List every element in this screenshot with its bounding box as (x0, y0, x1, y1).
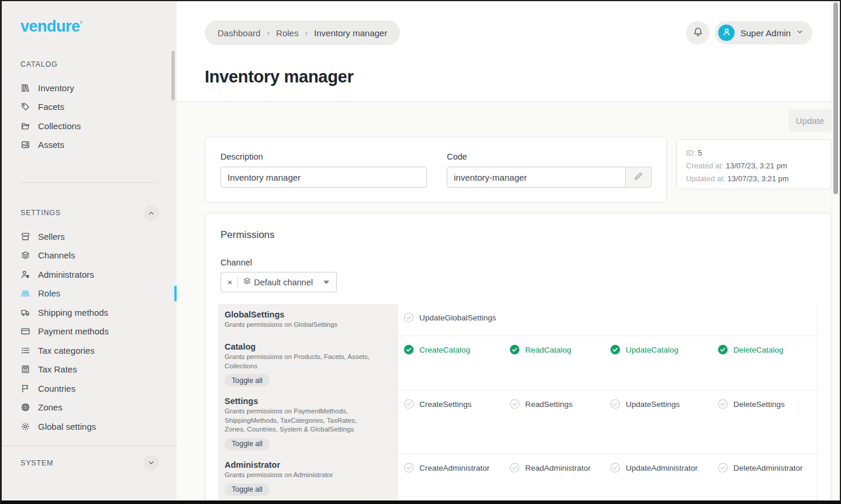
check-circle-unchecked-icon (404, 312, 414, 323)
permission-checkbox-UpdateCatalog[interactable]: UpdateCatalog (610, 344, 718, 355)
permission-label: UpdateAdministrator (626, 464, 698, 472)
permission-checkbox-DeleteCatalog[interactable]: DeleteCatalog (718, 344, 817, 355)
permission-label: CreateAdministrator (419, 464, 490, 472)
permission-items: CreateCatalogReadCatalogUpdateCatalogDel… (398, 336, 818, 391)
global-settings-icon (20, 422, 30, 431)
permissions-card: Permissions Channel × Default channel Gl… (205, 213, 831, 500)
channels-icon (243, 277, 251, 288)
sidebar-item-label: Inventory (38, 83, 74, 93)
app-window: vendure° CATALOGInventoryFacetsCollectio… (0, 0, 841, 504)
code-input[interactable] (447, 167, 626, 188)
toggle-all-button[interactable]: Toggle all (225, 484, 270, 496)
check-circle-unchecked-icon (610, 462, 621, 473)
permissions-heading: Permissions (220, 229, 275, 241)
sidebar-item-collections[interactable]: Collections (2, 116, 177, 136)
sidebar-item-zones[interactable]: Zones (2, 398, 177, 417)
sidebar-item-facets[interactable]: Facets (2, 98, 177, 117)
role-detail-card: Description Code (205, 137, 667, 203)
sidebar-item-global-settings[interactable]: Global settings (2, 417, 177, 436)
breadcrumb: Dashboard›Roles›Inventory manager (205, 20, 400, 45)
page-scrollbar-thumb[interactable] (833, 2, 838, 194)
channels-icon (20, 250, 30, 260)
sidebar-item-label: Collections (38, 121, 81, 131)
collapse-section-button[interactable] (143, 205, 159, 221)
entity-meta-panel: ID: 5 Created at: 13/07/23, 3:21 pm Upda… (676, 139, 831, 189)
sidebar-item-label: Tax Rates (38, 364, 77, 374)
sidebar-item-tax-categories[interactable]: Tax categories (2, 341, 177, 360)
sidebar-item-label: Assets (38, 140, 64, 150)
sidebar-item-administrators[interactable]: Administrators (2, 265, 177, 284)
updated-value: 13/07/23, 3:21 pm (728, 174, 789, 183)
sidebar-item-payment-methods[interactable]: Payment methods (2, 322, 177, 341)
permission-checkbox-DeleteSettings[interactable]: DeleteSettings (718, 398, 817, 410)
collapse-section-button[interactable] (143, 455, 159, 471)
sidebar-nav: CATALOGInventoryFacetsCollectionsAssetsS… (2, 58, 177, 470)
sidebar-item-label: Facets (38, 102, 64, 112)
sidebar: vendure° CATALOGInventoryFacetsCollectio… (2, 1, 177, 500)
permission-checkbox-ReadCatalog[interactable]: ReadCatalog (509, 344, 610, 355)
permission-checkbox-CreateCatalog[interactable]: CreateCatalog (404, 344, 509, 355)
breadcrumb-item-dashboard[interactable]: Dashboard (218, 28, 260, 38)
id-label: ID: (686, 149, 696, 157)
check-circle-unchecked-icon (404, 462, 414, 473)
sidebar-item-sellers[interactable]: Sellers (2, 227, 177, 246)
permission-row-administrator: AdministratorGrants permissions on Admin… (218, 454, 818, 497)
breadcrumb-item-roles[interactable]: Roles (276, 28, 298, 38)
channel-selected-value: Default channel (254, 278, 313, 287)
permissions-table: GlobalSettingsGrants permissions on Glob… (218, 304, 818, 500)
sidebar-item-countries[interactable]: Countries (2, 379, 177, 398)
notifications-button[interactable] (686, 21, 709, 44)
check-circle-unchecked-icon (404, 399, 414, 409)
sidebar-item-label: Channels (38, 250, 75, 260)
description-input[interactable] (220, 167, 427, 188)
sidebar-item-label: Countries (38, 384, 75, 393)
meta-updated-row: Updated at: 13/07/23, 3:21 pm (686, 172, 821, 185)
edit-code-button[interactable] (626, 167, 652, 188)
user-menu[interactable]: Super Admin (715, 21, 812, 44)
meta-id-row: ID: 5 (686, 147, 821, 160)
permission-group-info: GlobalSettingsGrants permissions on Glob… (218, 304, 398, 336)
payment-icon (20, 326, 30, 336)
check-circle-unchecked-icon (610, 399, 621, 409)
permission-group-name: Catalog (225, 342, 391, 351)
toggle-all-button[interactable]: Toggle all (225, 374, 270, 386)
check-circle-checked-icon (610, 344, 621, 355)
pencil-icon (633, 171, 643, 183)
sidebar-item-channels[interactable]: Channels (2, 246, 177, 265)
sidebar-item-assets[interactable]: Assets (2, 136, 177, 155)
sidebar-item-tax-rates[interactable]: Tax Rates (2, 360, 177, 379)
sidebar-item-label: Roles (38, 288, 60, 298)
permission-checkbox-UpdateGlobalSettings[interactable]: UpdateGlobalSettings (404, 312, 509, 323)
permission-checkbox-UpdateAdministrator[interactable]: UpdateAdministrator (610, 462, 718, 474)
channel-select[interactable]: × Default channel (220, 272, 337, 292)
permission-label: DeleteAdministrator (733, 464, 803, 472)
sidebar-item-inventory[interactable]: Inventory (2, 78, 177, 98)
id-value: 5 (698, 149, 702, 157)
check-circle-checked-icon (404, 344, 414, 355)
code-field-group: Code (447, 152, 652, 202)
assets-icon (20, 140, 30, 150)
check-circle-unchecked-icon (509, 399, 520, 409)
zones-icon (20, 402, 30, 412)
update-button[interactable]: Update (788, 109, 832, 132)
permission-label: CreateSettings (419, 400, 471, 409)
permission-checkbox-DeleteAdministrator[interactable]: DeleteAdministrator (718, 462, 817, 474)
toggle-all-button[interactable]: Toggle all (225, 438, 270, 450)
permission-checkbox-UpdateSettings[interactable]: UpdateSettings (610, 398, 718, 410)
page-scrollbar[interactable] (832, 1, 840, 500)
meta-created-row: Created at: 13/07/23, 3:21 pm (686, 160, 821, 172)
permission-label: ReadSettings (525, 400, 573, 409)
permission-row-catalog: CatalogGrants permissions on Products, F… (218, 336, 818, 391)
permission-checkbox-CreateAdministrator[interactable]: CreateAdministrator (404, 462, 509, 474)
sidebar-item-roles[interactable]: Roles (2, 284, 177, 303)
x-icon[interactable]: × (228, 278, 232, 286)
permission-label: DeleteSettings (733, 400, 785, 409)
permission-checkbox-ReadSettings[interactable]: ReadSettings (509, 398, 610, 410)
permission-checkbox-ReadAdministrator[interactable]: ReadAdministrator (509, 462, 610, 474)
permission-group-name: Settings (225, 396, 391, 406)
tax-rates-icon (20, 364, 30, 374)
caret-down-icon[interactable] (323, 281, 329, 284)
permission-checkbox-CreateSettings[interactable]: CreateSettings (404, 398, 509, 410)
sidebar-item-shipping-methods[interactable]: Shipping methods (2, 303, 177, 322)
breadcrumb-separator: › (305, 28, 308, 37)
